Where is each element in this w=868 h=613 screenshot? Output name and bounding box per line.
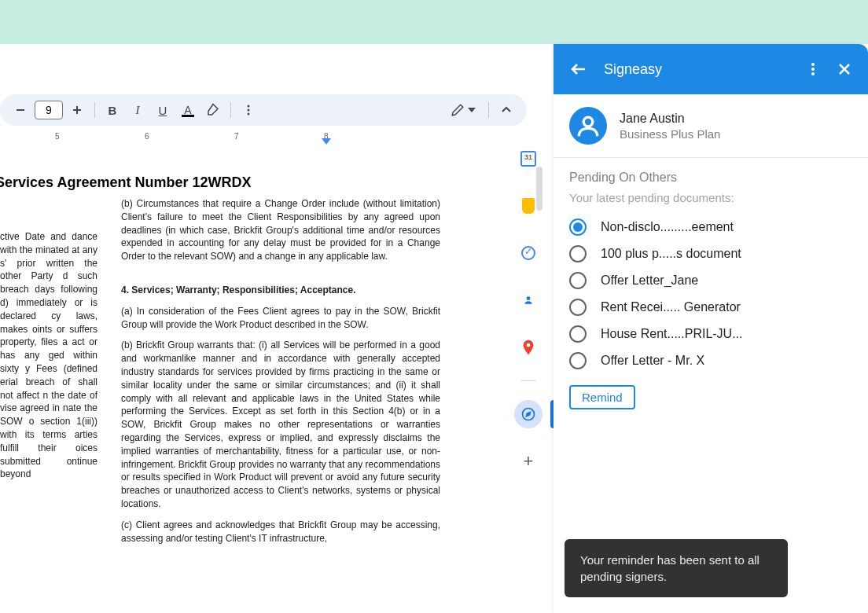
decrease-fontsize-button[interactable] [9,99,31,121]
editing-mode-button[interactable] [444,103,482,117]
pending-doc-item[interactable]: Rent Recei..... Generator [569,299,852,316]
svg-marker-15 [468,108,476,112]
text-color-icon: A [182,104,194,117]
format-toolbar: 9 B I U A [0,94,527,126]
signeasy-menu-button[interactable] [805,61,821,77]
doc-name: Offer Letter_Jane [601,273,698,288]
back-button[interactable] [569,60,588,79]
plus-icon: + [524,451,534,472]
user-name: Jane Austin [620,112,720,126]
svg-marker-19 [527,413,531,417]
italic-button[interactable]: I [127,99,149,121]
ruler-mark: 5 [55,132,60,141]
pending-doc-item[interactable]: House Rent.....PRIL-JU... [569,325,852,343]
svg-point-23 [811,72,815,75]
radio-unselected[interactable] [569,352,587,369]
arrow-left-icon [569,60,588,79]
svg-point-17 [527,343,531,347]
pending-doc-item[interactable]: Non-disclo.........eement [569,218,852,236]
svg-point-16 [527,296,531,300]
user-plan: Business Plus Plan [620,127,720,141]
doc-name: Rent Recei..... Generator [601,300,741,314]
ruler-indent-marker[interactable] [322,138,331,145]
more-vert-icon [242,104,255,116]
close-button[interactable] [837,61,852,77]
divider [520,380,536,381]
add-sidepanel-button[interactable]: + [514,447,542,475]
more-vert-icon [805,61,821,77]
calendar-sidepanel-button[interactable] [514,145,542,173]
svg-point-22 [811,68,815,71]
ruler[interactable]: 5 6 7 8 [0,132,539,146]
doc-name: House Rent.....PRIL-JU... [601,327,743,341]
signeasy-panel: Signeasy Jane Austin Business Plus Plan … [554,44,868,613]
pending-doc-item[interactable]: Offer Letter - Mr. X [569,352,852,369]
close-icon [837,61,852,77]
svg-point-13 [248,109,250,112]
compass-icon [520,406,536,422]
calendar-icon [520,151,536,167]
pencil-icon [451,103,465,117]
pending-doc-item[interactable]: 100 plus p.....s document [569,245,852,262]
font-size-value: 9 [46,104,52,116]
signeasy-user-section: Jane Austin Business Plus Plan [554,94,868,158]
maps-sidepanel-button[interactable] [514,333,542,362]
doc-name: 100 plus p.....s document [601,247,741,261]
doc-name: Offer Letter - Mr. X [601,354,704,368]
signeasy-body: Pending On Others Your latest pending do… [554,158,868,422]
svg-point-26 [583,117,593,127]
radio-unselected[interactable] [569,325,587,343]
text-color-button[interactable]: A [177,99,199,121]
caret-down-icon [468,106,476,114]
contacts-sidepanel-button[interactable] [514,286,542,314]
side-panel-rail: + [506,94,550,475]
pending-doc-list: Non-disclo.........eement 100 plus p....… [569,218,852,369]
contacts-icon [523,295,534,306]
radio-unselected[interactable] [569,299,587,316]
tasks-icon [521,246,535,260]
radio-selected[interactable] [569,218,587,236]
increase-fontsize-button[interactable] [66,99,88,121]
pending-section-title: Pending On Others [569,171,852,185]
keep-icon [522,198,535,214]
user-icon [572,110,604,141]
pending-doc-item[interactable]: Offer Letter_Jane [569,272,852,289]
highlight-button[interactable] [202,99,224,121]
font-size-input[interactable]: 9 [35,101,63,119]
radio-unselected[interactable] [569,272,587,289]
tasks-sidepanel-button[interactable] [514,239,542,267]
doc-name: Non-disclo.........eement [601,220,734,234]
toast-notification: Your reminder has been sent to all pendi… [565,539,788,597]
pending-section-subtitle: Your latest pending documents: [569,191,852,204]
svg-point-21 [811,63,815,66]
document-left-column: ctive Date and dance with the minated at… [0,197,97,552]
maps-icon [523,340,534,355]
signeasy-header: Signeasy [554,44,868,94]
plus-icon [72,105,82,115]
more-format-button[interactable] [237,99,259,121]
italic-icon: I [136,104,140,117]
toast-message: Your reminder has been sent to all pendi… [580,553,760,583]
ruler-mark: 6 [145,132,149,141]
underline-icon: U [159,104,167,117]
underline-button[interactable]: U [152,99,174,121]
bold-icon: B [108,104,117,117]
document-page[interactable]: Services Agreement Number 12WRDX ctive D… [0,146,478,613]
svg-point-12 [248,105,250,108]
highlighter-icon [206,103,220,117]
document-heading: Services Agreement Number 12WRDX [0,174,440,191]
signeasy-title: Signeasy [604,61,789,78]
signeasy-sidepanel-button[interactable] [514,400,542,428]
svg-point-14 [248,113,250,116]
ruler-mark: 7 [234,132,239,141]
keep-sidepanel-button[interactable] [514,192,542,220]
user-avatar [569,107,607,145]
remind-button[interactable]: Remind [569,385,635,409]
bold-button[interactable]: B [101,99,123,121]
radio-unselected[interactable] [569,245,587,262]
document-right-column: (b) Circumstances that require a Change … [121,197,440,552]
minus-icon [16,105,25,115]
